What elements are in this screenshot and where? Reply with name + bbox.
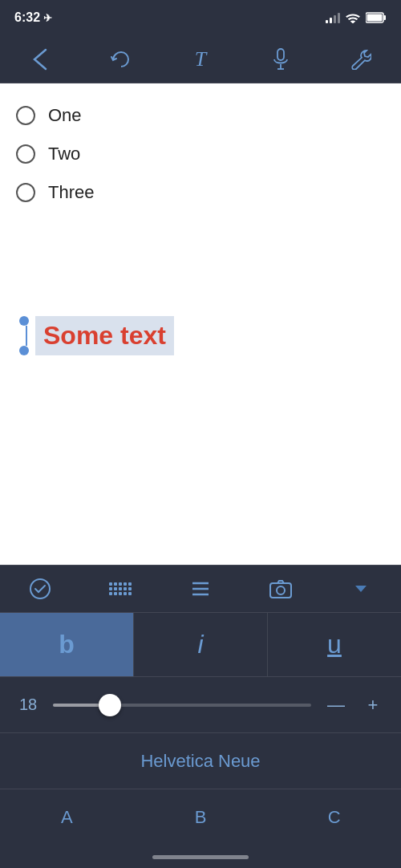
bold-button[interactable]: b	[0, 613, 133, 676]
text-button[interactable]: T	[183, 42, 218, 77]
radio-circle-one[interactable]	[16, 106, 35, 125]
abc-c-button[interactable]: C	[267, 807, 401, 828]
home-bar	[152, 855, 249, 859]
biu-row: b i u	[0, 613, 401, 677]
bold-label: b	[59, 630, 75, 659]
undo-button[interactable]	[103, 42, 138, 77]
format-toolbar	[0, 565, 401, 613]
list-button[interactable]	[180, 569, 221, 609]
back-button[interactable]	[22, 42, 58, 77]
radio-item-two[interactable]: Two	[16, 138, 385, 170]
font-size-slider[interactable]	[53, 704, 311, 707]
svg-rect-2	[367, 14, 383, 22]
location-icon: ✈	[43, 12, 52, 24]
battery-icon	[366, 12, 387, 23]
font-size-decrease-button[interactable]: —	[324, 695, 348, 716]
canvas-area: One Two Three Some text	[0, 83, 401, 581]
selection-handle-column	[16, 316, 29, 355]
wifi-icon	[345, 12, 361, 23]
selection-line	[26, 326, 27, 346]
svg-rect-11	[270, 583, 291, 598]
text-box[interactable]: Some text	[35, 316, 174, 355]
radio-label-three: Three	[48, 182, 94, 203]
text-content: Some text	[43, 321, 166, 350]
svg-text:T: T	[195, 48, 208, 71]
radio-label-one: One	[48, 105, 82, 126]
font-size-row: 18 — +	[0, 677, 401, 733]
dropdown-button[interactable]	[341, 569, 381, 609]
font-size-value: 18	[16, 696, 40, 714]
wrench-button[interactable]	[343, 42, 379, 77]
status-time: 6:32 ✈	[14, 10, 52, 25]
italic-button[interactable]: i	[134, 613, 267, 676]
camera-button[interactable]	[261, 569, 301, 609]
abc-a-button[interactable]: A	[0, 807, 134, 828]
font-name-row: Helvetica Neue	[0, 733, 401, 789]
status-icons	[326, 12, 387, 23]
slider-thumb[interactable]	[99, 694, 121, 716]
signal-icon	[326, 12, 340, 23]
svg-point-7	[30, 579, 50, 598]
abc-b-button[interactable]: B	[134, 807, 268, 828]
radio-list: One Two Three	[0, 83, 401, 225]
abc-row: A B C	[0, 789, 401, 846]
italic-label: i	[197, 630, 203, 659]
grid-button[interactable]	[100, 569, 140, 609]
svg-rect-4	[277, 49, 284, 60]
time-display: 6:32	[14, 10, 40, 25]
app-toolbar: T	[0, 35, 401, 83]
status-bar: 6:32 ✈	[0, 0, 401, 35]
radio-label-two: Two	[48, 144, 80, 164]
canvas-text-element[interactable]: Some text	[16, 316, 174, 355]
radio-circle-two[interactable]	[16, 144, 35, 164]
underline-button[interactable]: u	[268, 613, 401, 676]
grid-icon	[109, 582, 132, 595]
svg-rect-1	[384, 15, 387, 20]
bottom-panel: b i u 18 — + Helvetica Neue A B C	[0, 565, 401, 868]
selection-handle-bottom[interactable]	[19, 346, 29, 355]
font-size-increase-button[interactable]: +	[361, 695, 385, 716]
radio-item-three[interactable]: Three	[16, 176, 385, 209]
underline-label: u	[327, 630, 342, 659]
font-name-label[interactable]: Helvetica Neue	[140, 751, 260, 772]
radio-circle-three[interactable]	[16, 183, 35, 202]
mic-button[interactable]	[263, 42, 298, 77]
check-button[interactable]	[20, 569, 60, 609]
home-indicator	[0, 846, 401, 868]
selection-handle-top[interactable]	[19, 316, 29, 326]
radio-item-one[interactable]: One	[16, 99, 385, 132]
svg-point-12	[277, 586, 285, 594]
